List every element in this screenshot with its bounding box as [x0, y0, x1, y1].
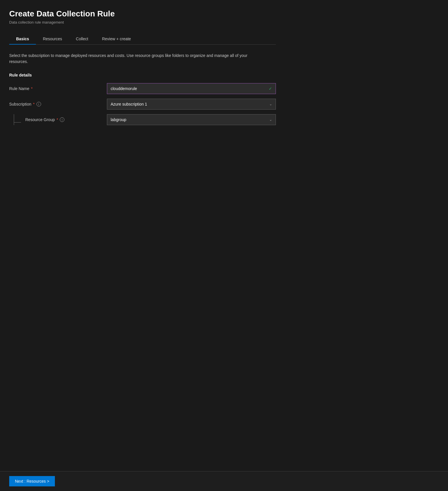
subscription-arrow-icon: ⌄: [269, 102, 272, 106]
subscription-value: Azure subscription 1: [111, 102, 147, 106]
resource-group-info-icon[interactable]: i: [60, 117, 64, 122]
rule-name-value: clouddemorule: [111, 86, 137, 91]
resource-group-label: Resource Group * i: [25, 117, 107, 122]
subscription-dropdown[interactable]: Azure subscription 1 ⌄: [107, 99, 276, 110]
tab-resources[interactable]: Resources: [36, 34, 69, 45]
rule-name-row: Rule Name * clouddemorule ✓: [9, 83, 276, 94]
subscription-info-icon[interactable]: i: [36, 102, 41, 106]
rule-name-checkmark: ✓: [269, 86, 272, 91]
resource-group-arrow-icon: ⌄: [269, 118, 272, 122]
section-title: Rule details: [9, 73, 276, 77]
subscription-control: Azure subscription 1 ⌄: [107, 99, 276, 110]
page-subtitle: Data collection rule management: [9, 20, 276, 24]
description-text: Select the subscription to manage deploy…: [9, 53, 262, 65]
rule-name-required: *: [31, 86, 32, 91]
subscription-required: *: [33, 102, 34, 106]
next-resources-button[interactable]: Next : Resources >: [9, 476, 55, 486]
rule-name-control: clouddemorule ✓: [107, 83, 276, 94]
subscription-label: Subscription * i: [9, 102, 107, 106]
tabs-nav: Basics Resources Collect Review + create: [9, 34, 276, 45]
bottom-bar: Next : Resources >: [0, 471, 448, 491]
tab-review-create[interactable]: Review + create: [95, 34, 138, 45]
tab-collect[interactable]: Collect: [69, 34, 95, 45]
page-title: Create Data Collection Rule: [9, 9, 276, 18]
resource-group-required: *: [57, 117, 58, 122]
resource-group-value: labgroup: [111, 117, 126, 122]
tree-connector: [9, 114, 25, 125]
subscription-row: Subscription * i Azure subscription 1 ⌄: [9, 99, 276, 110]
tab-basics[interactable]: Basics: [9, 34, 36, 45]
rule-name-dropdown[interactable]: clouddemorule ✓: [107, 83, 276, 94]
rule-name-label: Rule Name *: [9, 86, 107, 91]
resource-group-dropdown[interactable]: labgroup ⌄: [107, 114, 276, 125]
resource-group-control: labgroup ⌄: [107, 114, 276, 125]
